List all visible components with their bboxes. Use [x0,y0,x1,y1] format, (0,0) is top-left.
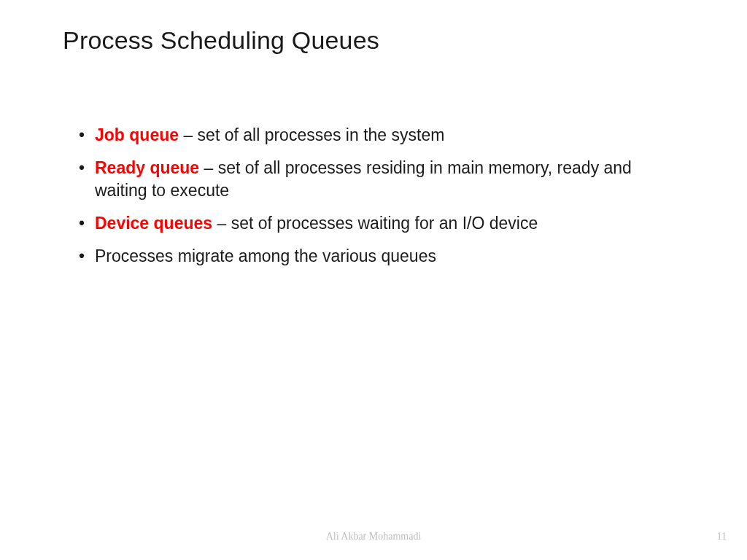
term-highlight: Device queues [95,214,217,233]
list-item: Job queue – set of all processes in the … [79,124,659,147]
term-description: – set of all processes in the system [183,125,444,144]
slide-title: Process Scheduling Queues [63,26,379,55]
term-description: Processes migrate among the various queu… [95,246,436,265]
list-item: Device queues – set of processes waiting… [79,212,659,235]
term-highlight: Job queue [95,125,183,144]
list-item: Ready queue – set of all processes resid… [79,157,659,202]
footer-author: Ali Akbar Mohammadi [0,531,747,542]
list-item: Processes migrate among the various queu… [79,245,659,268]
bullet-list: Job queue – set of all processes in the … [79,124,659,278]
term-highlight: Ready queue [95,158,204,177]
term-description: – set of processes waiting for an I/O de… [217,214,538,233]
footer-page-number: 11 [717,531,727,542]
